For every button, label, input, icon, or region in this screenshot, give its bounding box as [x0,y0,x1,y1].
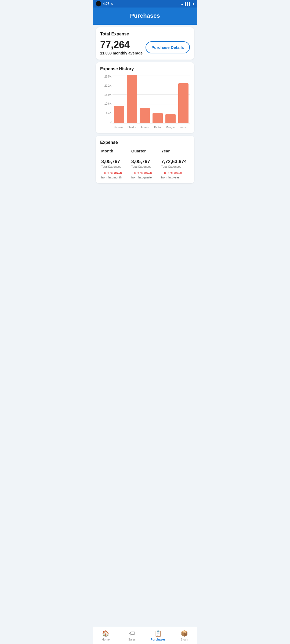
col-sublabel-year: Total Expenses [161,165,189,168]
wifi-icon: ▲ [181,2,184,5]
expense-chart: 26.5K 21.2K 15.9K 10.6K 5.3K 0 ShrawanBh… [100,75,190,129]
status-bar: 4:07 ⚙ ▲ ▌▌▌ ▮ [93,0,197,8]
x-label-poush: Poush [177,126,190,129]
y-label-3: 10.6K [100,102,111,105]
col-period-month: Month [101,149,129,153]
chart-y-labels: 26.5K 21.2K 15.9K 10.6K 5.3K 0 [100,75,111,123]
col-change-from-year: from last year [161,176,189,179]
expense-col-year: Year 7,72,63,674 Total Expenses ↓ 0.98% … [160,149,190,179]
down-arrow-icon-year: ↓ [161,171,163,175]
total-expense-card: Total Expense 77,264 11,038 monthly aver… [96,27,194,60]
status-time: 4:07 [103,2,109,6]
signal-icon: ▌▌▌ [185,2,191,5]
bar-bhadra [127,75,137,123]
status-circle [96,1,101,6]
settings-icon: ⚙ [111,2,114,6]
x-label-bhadra: Bhadra [125,126,138,129]
y-label-5: 0 [100,120,111,123]
col-amount-quarter: 3,05,767 [131,159,159,164]
bar-poush [178,83,189,123]
expense-history-card: Expense History 26.5K 21.2K 15.9K 10.6K … [96,62,194,133]
col-period-quarter: Quarter [131,149,159,153]
expense-history-title: Expense History [100,67,190,71]
monthly-avg-suffix: monthly average [112,51,143,55]
page-header: Purchases [93,8,197,25]
total-expense-avg: 11,038 monthly average [100,51,143,55]
chart-bars-area [113,75,190,123]
x-label-shrawan: Shrawan [113,126,125,129]
total-expense-numbers: 77,264 11,038 monthly average [100,39,143,55]
y-label-2: 15.9K [100,93,111,96]
bar-group-shrawan [113,75,125,123]
col-period-year: Year [161,149,189,153]
page-title: Purchases [130,12,160,19]
down-arrow-icon-month: ↓ [101,171,103,175]
expense-col-month: Month 3,05,767 Total Expenses ↓ 0.99% do… [100,149,130,179]
col-change-from-month: from last month [101,176,129,179]
bar-group-ashwin [138,75,151,123]
expense-col-quarter: Quarter 3,05,767 Total Expenses ↓ 0.99% … [130,149,160,179]
x-label-ashwin: Ashwin [138,126,151,129]
bar-group-mangsir [164,75,177,123]
chart-x-labels: ShrawanBhadraAshwinKartikMangsirPoush [113,126,190,129]
expense-summary-title: Expense [100,140,190,145]
purchase-details-button[interactable]: Purchase Details [146,41,190,53]
down-arrow-icon-quarter: ↓ [131,171,133,175]
col-amount-year: 7,72,63,674 [161,159,189,164]
y-label-0: 26.5K [100,75,111,78]
col-change-quarter: ↓ 0.99% down [131,171,159,175]
bar-group-kartik [151,75,164,123]
bar-group-poush [177,75,190,123]
col-change-from-quarter: from last quarter [131,176,159,179]
col-amount-month: 3,05,767 [101,159,129,164]
col-sublabel-quarter: Total Expenses [131,165,159,168]
bar-ashwin [140,108,150,123]
col-change-month: ↓ 0.99% down [101,171,129,175]
y-label-1: 21.2K [100,84,111,87]
col-sublabel-month: Total Expenses [101,165,129,168]
bar-shrawan [114,106,124,123]
col-change-year: ↓ 0.98% down [161,171,189,175]
expense-columns: Month 3,05,767 Total Expenses ↓ 0.99% do… [100,149,190,179]
bar-mangsir [165,114,176,123]
bar-group-bhadra [125,75,138,123]
total-expense-amount: 77,264 [100,39,143,50]
total-expense-label: Total Expense [100,32,190,36]
battery-icon: ▮ [193,2,194,6]
expense-summary-card: Expense Month 3,05,767 Total Expenses ↓ … [96,136,194,183]
y-label-4: 5.3K [100,111,111,114]
bar-kartik [153,113,163,123]
status-icons-right: ▲ ▌▌▌ ▮ [181,2,194,6]
x-label-mangsir: Mangsir [164,126,177,129]
x-label-kartik: Kartik [151,126,164,129]
monthly-avg-value: 11,038 [100,51,112,55]
